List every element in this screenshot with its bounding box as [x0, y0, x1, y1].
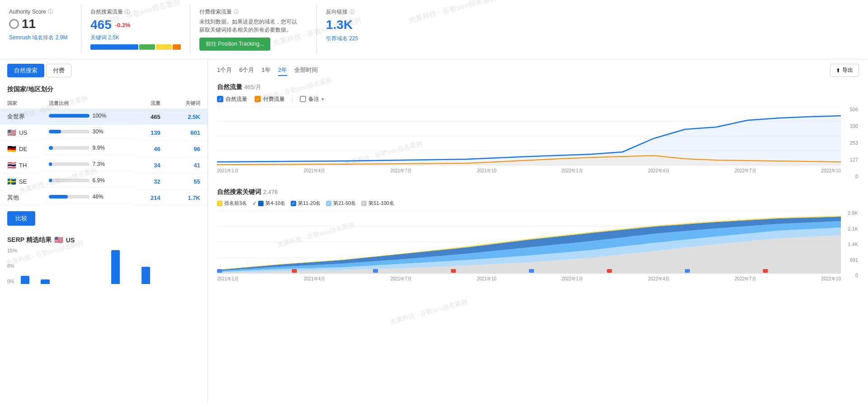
country-name-cell: 🇩🇪DE [0, 141, 42, 157]
watermark-right-4: 光算科技 - 谷歌seo排名案例 [389, 298, 468, 326]
paid-traffic-info-icon[interactable]: ⓘ [234, 9, 239, 15]
mini-bar-chart [90, 44, 181, 50]
country-name-text: 全世界 [7, 113, 25, 121]
keywords-chart-title: 自然搜索关键词 2,476 [217, 188, 859, 196]
country-name-cell: 🇺🇸US [0, 125, 42, 141]
time-1year[interactable]: 1年 [261, 65, 270, 76]
traffic-bar-cell: 6.9% [42, 174, 134, 188]
bar-fill [49, 130, 61, 133]
table-row[interactable]: 🇩🇪DE9.9%4696 [0, 141, 208, 157]
traffic-bar-cell: 7.3% [42, 157, 134, 171]
serp-bar-item [21, 276, 29, 284]
compare-button[interactable]: 比较 [7, 211, 35, 226]
country-name-text: US [19, 129, 27, 136]
bar-fill [49, 146, 53, 150]
authority-score-text: Authority Score [9, 9, 46, 15]
keywords-y-labels: 2.8K 2.1K 1.4K 691 0 [842, 210, 858, 278]
upload-icon: ⬆ [836, 67, 840, 74]
time-6months[interactable]: 6个月 [239, 65, 254, 76]
organic-traffic-chart-title: 自然流量 465/月 [217, 83, 859, 91]
export-button[interactable]: ⬆ 导出 [830, 64, 859, 77]
legend-4-10[interactable]: ✓ 第4-10名 [252, 200, 285, 207]
country-name-cell: 全世界 [0, 109, 42, 125]
keywords-chart-section: 自然搜索关键词 2,476 排名前3名 ✓ 第4-10名 ✓ 第11- [217, 188, 859, 292]
country-flag: 🇹🇭 [7, 161, 16, 170]
traffic-pct: 30% [92, 128, 103, 135]
traffic-bar-cell: 100% [42, 109, 134, 123]
table-row[interactable]: 🇸🇪SE6.9%3255 [0, 174, 208, 190]
traffic-bar-cell: 46% [42, 190, 134, 204]
tab-organic[interactable]: 自然搜索 [7, 64, 44, 77]
svg-rect-22 [607, 269, 612, 273]
traffic-value-cell: 34 [134, 157, 167, 174]
table-row[interactable]: 🇺🇸US30%139601 [0, 125, 208, 141]
country-flag: 🇺🇸 [7, 128, 16, 137]
table-row[interactable]: 全世界100%4652.5K [0, 109, 208, 125]
traffic-value: 34 [154, 162, 160, 169]
traffic-bar-cell: 30% [42, 125, 134, 139]
organic-traffic-legend: ✓ 自然流量 ✓ 付费流量 备注 ▾ [217, 95, 859, 103]
bar-container [49, 195, 90, 199]
tab-paid[interactable]: 付费 [46, 64, 71, 77]
semrush-rank: Semrush 域名排名 2.9M [9, 34, 72, 42]
svg-rect-20 [451, 269, 456, 273]
bar-fill [49, 114, 90, 118]
legend-top3[interactable]: 排名前3名 [217, 200, 247, 207]
country-name-text: DE [19, 146, 27, 152]
legend-paid[interactable]: ✓ 付费流量 [255, 95, 285, 103]
time-all[interactable]: 全部时间 [294, 65, 318, 76]
country-name-text: TH [19, 162, 27, 169]
backlinks-value: 1.3K [326, 18, 407, 32]
table-row[interactable]: 🇹🇭TH7.3%3441 [0, 157, 208, 174]
serp-section: SERP 精选结果 🇺🇸 US 15% 8% 0% [0, 231, 208, 293]
keywords-value-cell: 55 [168, 174, 208, 190]
legend-organic-checkbox: ✓ [217, 96, 223, 102]
traffic-pct: 7.3% [92, 161, 104, 167]
circle-icon [9, 19, 19, 29]
organic-traffic-block: 自然搜索流量 ⓘ 465 -0.2% 关键词 2.5K [81, 5, 190, 54]
position-tracking-button[interactable]: 前往 Position Tracking... [199, 38, 270, 51]
legend-21-50-checkbox: ✓ [326, 201, 331, 206]
organic-traffic-info-icon[interactable]: ⓘ [125, 9, 130, 15]
time-1month[interactable]: 1个月 [217, 65, 232, 76]
bar-fill [49, 195, 67, 199]
legend-11-20-checkbox: ✓ [291, 201, 296, 206]
country-name-cell: 其他 [0, 190, 42, 206]
traffic-bar-cell: 9.9% [42, 141, 134, 155]
check-icon-4-10: ✓ [252, 200, 257, 207]
table-row[interactable]: 其他46%2141.7K [0, 190, 208, 206]
legend-11-20[interactable]: ✓ 第11-20名 [291, 200, 321, 207]
svg-rect-23 [685, 269, 690, 273]
legend-51-100-checkbox: ✓ [361, 201, 367, 206]
legend-organic[interactable]: ✓ 自然流量 [217, 95, 247, 103]
svg-rect-24 [763, 269, 768, 273]
traffic-value-cell: 465 [134, 109, 167, 125]
col-country: 国家 [0, 98, 42, 109]
country-name-text: 其他 [7, 194, 19, 202]
col-traffic: 流量 [134, 98, 167, 109]
paid-traffic-label: 付费搜索流量 ⓘ [199, 8, 307, 16]
bar-container [49, 162, 90, 166]
authority-score-label: Authority Score ⓘ [9, 8, 72, 15]
chevron-down-icon: ▾ [321, 96, 324, 102]
keywords-chart-wrap: 2.8K 2.1K 1.4K 691 0 2021年1月 2021年4月 202… [217, 210, 841, 292]
legend-notes[interactable]: 备注 ▾ [300, 95, 324, 103]
keywords-value-cell: 1.7K [168, 190, 208, 206]
svg-rect-17 [217, 269, 222, 273]
backlinks-info-icon[interactable]: ⓘ [349, 9, 354, 15]
keywords-value: 55 [194, 178, 200, 185]
authority-score-info-icon[interactable]: ⓘ [48, 8, 53, 15]
traffic-value-cell: 139 [134, 125, 167, 141]
legend-51-100[interactable]: ✓ 第51-100名 [361, 200, 394, 207]
keywords-value: 96 [194, 146, 200, 152]
legend-21-50[interactable]: ✓ 第21-50名 [326, 200, 356, 207]
authority-score-block: Authority Score ⓘ 11 Semrush 域名排名 2.9M [0, 5, 81, 54]
time-2years[interactable]: 2年 [278, 65, 287, 76]
traffic-pct: 9.9% [92, 145, 104, 151]
traffic-value: 214 [151, 194, 160, 201]
svg-rect-18 [292, 269, 297, 273]
keywords-value-cell: 96 [168, 141, 208, 157]
organic-x-labels: 2021年1月 2021年4月 2021年7月 2021年10 2022年1月 … [217, 168, 841, 174]
watermark-3: 光算科技 - 谷歌seo排名案例 [407, 0, 498, 26]
keywords-value: 601 [190, 129, 200, 136]
